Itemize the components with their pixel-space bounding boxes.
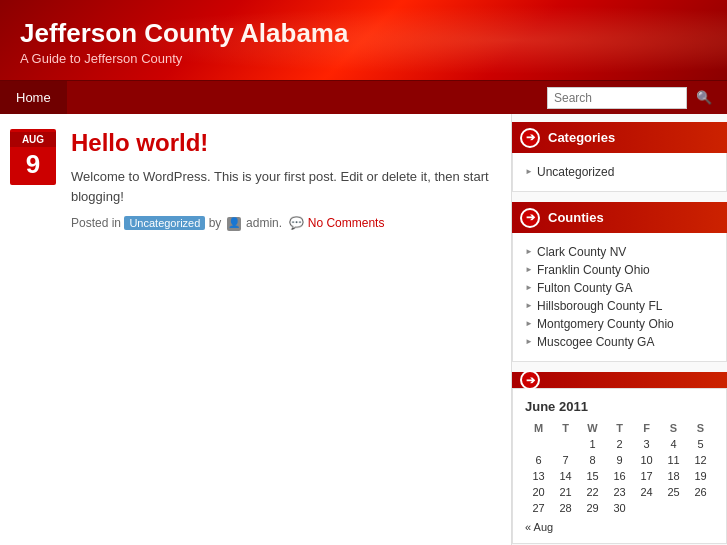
calendar-day[interactable]: 23	[606, 484, 633, 500]
counties-label: Counties	[548, 210, 604, 225]
calendar-day[interactable]: 10	[633, 452, 660, 468]
county-link[interactable]: Clark County NV	[537, 245, 626, 259]
counties-arrow-icon: ➔	[520, 208, 540, 228]
calendar-day-header: W	[579, 420, 606, 436]
counties-widget: ➔ Counties Clark County NVFranklin Count…	[512, 202, 727, 362]
calendar-day-header: T	[552, 420, 579, 436]
calendar-day	[660, 500, 687, 516]
categories-label: Categories	[548, 130, 615, 145]
calendar-day[interactable]: 11	[660, 452, 687, 468]
post-title: Hello world!	[71, 129, 496, 157]
post-excerpt: Welcome to WordPress. This is your first…	[71, 167, 496, 206]
categories-body: Uncategorized	[512, 153, 727, 192]
calendar-day[interactable]: 15	[579, 468, 606, 484]
calendar-day-header: S	[687, 420, 714, 436]
search-button[interactable]: 🔍	[689, 86, 719, 109]
main-wrapper: AUG 9 Hello world! Welcome to WordPress.…	[0, 114, 727, 545]
list-item: Fulton County GA	[525, 279, 714, 297]
calendar-day[interactable]: 18	[660, 468, 687, 484]
post-content: Hello world! Welcome to WordPress. This …	[71, 129, 496, 231]
post-meta: Posted in Uncategorized by admin. 💬 No C…	[71, 216, 496, 231]
post-date-month: AUG	[10, 132, 56, 147]
calendar-day[interactable]: 16	[606, 468, 633, 484]
calendar-day[interactable]: 17	[633, 468, 660, 484]
blog-post: AUG 9 Hello world! Welcome to WordPress.…	[10, 129, 496, 231]
search-input[interactable]	[547, 87, 687, 109]
calendar-arrow-icon: ➔	[520, 370, 540, 390]
categories-arrow-icon: ➔	[520, 128, 540, 148]
calendar-day[interactable]: 12	[687, 452, 714, 468]
county-link[interactable]: Franklin County Ohio	[537, 263, 650, 277]
calendar-day[interactable]: 14	[552, 468, 579, 484]
calendar-day[interactable]: 3	[633, 436, 660, 452]
categories-widget: ➔ Categories Uncategorized	[512, 122, 727, 192]
site-subtitle: A Guide to Jefferson County	[20, 51, 707, 66]
calendar-day[interactable]: 6	[525, 452, 552, 468]
posted-in-label: Posted in	[71, 216, 121, 230]
calendar-prev: « Aug	[525, 521, 714, 533]
calendar-day[interactable]: 25	[660, 484, 687, 500]
calendar-day[interactable]: 27	[525, 500, 552, 516]
post-category-badge[interactable]: Uncategorized	[124, 216, 205, 230]
list-item: Clark County NV	[525, 243, 714, 261]
calendar-day[interactable]: 8	[579, 452, 606, 468]
calendar-day[interactable]: 2	[606, 436, 633, 452]
by-label: by	[209, 216, 222, 230]
calendar-day[interactable]: 9	[606, 452, 633, 468]
calendar-day[interactable]: 21	[552, 484, 579, 500]
calendar-day-header: F	[633, 420, 660, 436]
calendar-day-header: S	[660, 420, 687, 436]
list-item: Hillsborough County FL	[525, 297, 714, 315]
search-area: 🔍	[547, 86, 727, 109]
calendar-table: MTWTFSS 12345678910111213141516171819202…	[525, 420, 714, 516]
calendar-day[interactable]: 24	[633, 484, 660, 500]
categories-list: Uncategorized	[525, 163, 714, 181]
calendar-day[interactable]: 28	[552, 500, 579, 516]
county-link[interactable]: Muscogee County GA	[537, 335, 654, 349]
county-link[interactable]: Fulton County GA	[537, 281, 632, 295]
calendar-day	[525, 436, 552, 452]
county-link[interactable]: Montgomery County Ohio	[537, 317, 674, 331]
calendar-prev-link[interactable]: « Aug	[525, 521, 553, 533]
counties-header: ➔ Counties	[512, 202, 727, 233]
calendar-day[interactable]: 22	[579, 484, 606, 500]
calendar-header: ➔	[512, 372, 727, 388]
calendar-day-header: T	[606, 420, 633, 436]
list-item: Franklin County Ohio	[525, 261, 714, 279]
categories-header: ➔ Categories	[512, 122, 727, 153]
calendar-day[interactable]: 29	[579, 500, 606, 516]
calendar-day[interactable]: 26	[687, 484, 714, 500]
list-item: Montgomery County Ohio	[525, 315, 714, 333]
calendar-day	[552, 436, 579, 452]
calendar-widget: ➔ June 2011 MTWTFSS 12345678910111213141…	[512, 372, 727, 544]
site-header: Jefferson County Alabama A Guide to Jeff…	[0, 0, 727, 80]
calendar-day[interactable]: 19	[687, 468, 714, 484]
calendar-day	[633, 500, 660, 516]
content-area: AUG 9 Hello world! Welcome to WordPress.…	[0, 114, 512, 545]
counties-body: Clark County NVFranklin County OhioFulto…	[512, 233, 727, 362]
category-link[interactable]: Uncategorized	[537, 165, 614, 179]
post-author: admin.	[246, 216, 282, 230]
calendar-day[interactable]: 30	[606, 500, 633, 516]
site-title: Jefferson County Alabama	[20, 18, 707, 49]
calendar-day	[687, 500, 714, 516]
calendar-day-header: M	[525, 420, 552, 436]
nav-home-link[interactable]: Home	[0, 81, 67, 114]
calendar-month: June 2011	[525, 399, 714, 414]
calendar-day[interactable]: 7	[552, 452, 579, 468]
post-comments-link[interactable]: No Comments	[308, 216, 385, 230]
list-item: Muscogee County GA	[525, 333, 714, 351]
calendar-day[interactable]: 1	[579, 436, 606, 452]
calendar-body: June 2011 MTWTFSS 1234567891011121314151…	[512, 388, 727, 544]
navbar: Home 🔍	[0, 80, 727, 114]
list-item: Uncategorized	[525, 163, 714, 181]
calendar-day[interactable]: 13	[525, 468, 552, 484]
post-date-day: 9	[10, 147, 56, 182]
calendar-day[interactable]: 20	[525, 484, 552, 500]
county-link[interactable]: Hillsborough County FL	[537, 299, 662, 313]
no-comments-link[interactable]: No Comments	[308, 216, 385, 230]
post-date-box: AUG 9	[10, 129, 56, 185]
author-icon	[227, 217, 241, 231]
calendar-day[interactable]: 5	[687, 436, 714, 452]
calendar-day[interactable]: 4	[660, 436, 687, 452]
